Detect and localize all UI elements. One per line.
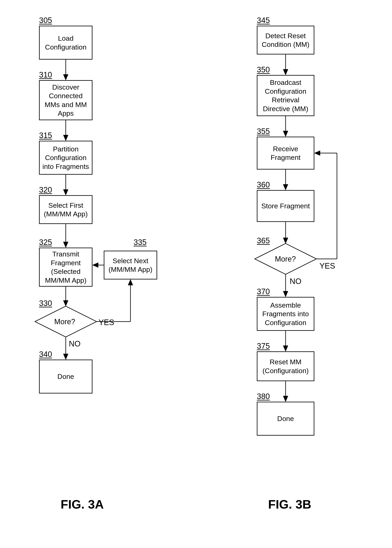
node-number-370: 370	[257, 287, 270, 296]
node-number-365: 365	[257, 236, 270, 245]
node-number-350: 350	[257, 65, 270, 74]
svg-marker-1	[63, 74, 68, 80]
node-335-text: Select Next (MM/MM App)	[105, 256, 155, 274]
node-325-text: Transmit Fragment (Selected MM/MM App)	[41, 250, 91, 285]
node-330-no: NO	[69, 339, 81, 348]
node-310-text: Discover Connected MMs and MM Apps	[41, 83, 91, 118]
figure-label-3a: FIG. 3A	[61, 497, 104, 511]
node-325: Transmit Fragment (Selected MM/MM App)	[39, 248, 92, 287]
node-335: Select Next (MM/MM App)	[104, 251, 157, 280]
node-380: Done	[257, 402, 314, 436]
node-355: Receive Fragment	[257, 137, 314, 169]
node-number-325: 325	[39, 238, 52, 247]
node-365-yes: YES	[320, 262, 335, 270]
node-number-345: 345	[257, 16, 270, 25]
svg-marker-23	[283, 184, 288, 190]
node-number-305: 305	[39, 16, 52, 25]
node-number-315: 315	[39, 131, 52, 140]
node-345: Detect Reset Condition (MM)	[257, 26, 314, 55]
node-310: Discover Connected MMs and MM Apps	[39, 80, 92, 120]
node-number-380: 380	[257, 392, 270, 401]
figure-label-3b: FIG. 3B	[268, 497, 311, 511]
node-380-text: Done	[277, 414, 294, 423]
node-375: Reset MM (Configuration)	[257, 351, 314, 381]
node-number-375: 375	[257, 342, 270, 351]
node-370-text: Assemble Fragments into Configuration	[259, 301, 313, 327]
node-number-330: 330	[39, 299, 52, 308]
svg-marker-25	[283, 238, 288, 244]
node-345-text: Detect Reset Condition (MM)	[259, 31, 313, 49]
node-365-no: NO	[290, 277, 301, 286]
node-330-text: More?	[54, 317, 75, 326]
node-355-text: Receive Fragment	[259, 144, 313, 162]
page: 305 Load Configuration 310 Discover Conn…	[0, 0, 392, 548]
node-305: Load Configuration	[39, 26, 92, 60]
svg-marker-9	[63, 300, 68, 306]
node-number-335: 335	[133, 238, 147, 247]
svg-marker-21	[283, 131, 288, 137]
svg-marker-32	[314, 151, 320, 155]
node-number-360: 360	[257, 180, 270, 189]
node-number-310: 310	[39, 70, 52, 79]
svg-marker-17	[92, 263, 98, 267]
node-315-text: Partition Configuration into Fragments	[41, 145, 91, 171]
svg-marker-19	[283, 69, 288, 75]
node-350-text: Broadcast Configuration Retrieval Direct…	[259, 78, 313, 113]
node-350: Broadcast Configuration Retrieval Direct…	[257, 75, 314, 116]
svg-marker-34	[283, 346, 288, 351]
node-360-text: Store Fragment	[261, 202, 310, 211]
node-number-320: 320	[39, 186, 52, 194]
svg-marker-15	[128, 280, 133, 285]
node-305-text: Load Configuration	[41, 34, 91, 51]
node-320: Select First (MM/MM App)	[39, 195, 92, 224]
node-370: Assemble Fragments into Configuration	[257, 297, 314, 331]
node-340: Done	[39, 360, 92, 393]
svg-marker-5	[63, 190, 68, 195]
node-315: Partition Configuration into Fragments	[39, 141, 92, 175]
node-340-text: Done	[57, 372, 74, 381]
svg-marker-12	[63, 354, 68, 360]
node-number-340: 340	[39, 350, 52, 359]
svg-marker-28	[283, 291, 288, 297]
svg-marker-3	[63, 135, 68, 141]
node-320-text: Select First (MM/MM App)	[41, 201, 91, 218]
node-330-yes: YES	[99, 318, 114, 327]
node-375-text: Reset MM (Configuration)	[259, 358, 313, 375]
node-360: Store Fragment	[257, 190, 314, 222]
svg-marker-36	[283, 396, 288, 402]
svg-marker-7	[63, 242, 68, 248]
node-365-text: More?	[275, 255, 296, 263]
node-number-355: 355	[257, 127, 270, 136]
